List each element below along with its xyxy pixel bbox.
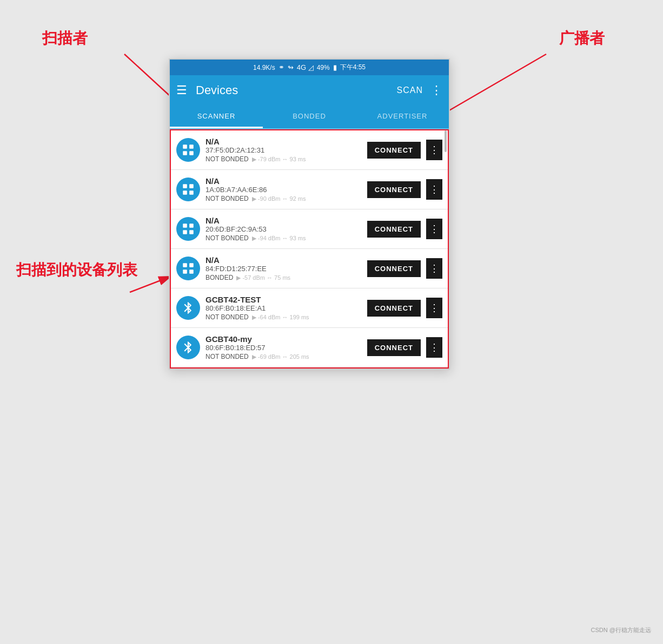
device-mac: 84:FD:D1:25:77:EE <box>205 265 362 273</box>
svg-rect-9 <box>189 184 194 188</box>
device-status-row: NOT BONDED▶ -64 dBm ↔ 199 ms <box>205 313 362 321</box>
svg-rect-16 <box>183 263 187 267</box>
device-name: N/A <box>205 255 362 265</box>
grid-icon <box>181 143 195 157</box>
broadcaster-label: 广播者 <box>559 30 605 47</box>
device-name: GCBT42-TEST <box>205 295 362 304</box>
device-more-button[interactable]: ⋮ <box>426 298 442 318</box>
bluetooth-icon <box>181 340 195 354</box>
more-options-icon[interactable]: ⋮ <box>430 83 442 97</box>
connect-button[interactable]: CONNECT <box>367 300 421 317</box>
app-title: Devices <box>196 83 397 97</box>
device-signal: ▶ -69 dBm ↔ 205 ms <box>252 353 309 360</box>
connect-button[interactable]: CONNECT <box>367 181 421 198</box>
device-item: N/A84:FD:D1:25:77:EEBONDED▶ -57 dBm ↔ 75… <box>171 249 448 288</box>
device-bonded-status: NOT BONDED <box>205 234 249 242</box>
device-signal: ▶ -79 dBm ↔ 93 ms <box>252 156 306 163</box>
watermark: CSDN @行稳方能走远 <box>591 626 651 634</box>
tab-advertiser[interactable]: ADVERTISER <box>356 106 449 128</box>
device-list-annotation: 扫描到的设备列表 <box>16 260 137 280</box>
svg-rect-6 <box>183 151 187 155</box>
svg-rect-5 <box>189 144 194 149</box>
battery-icon: ▮ <box>333 63 337 71</box>
svg-rect-8 <box>183 184 187 188</box>
device-signal: ▶ -64 dBm ↔ 199 ms <box>252 314 309 321</box>
connect-button[interactable]: CONNECT <box>367 221 421 238</box>
menu-icon[interactable]: ☰ <box>176 83 187 97</box>
device-item: N/A1A:0B:A7:AA:6E:86NOT BONDED▶ -90 dBm … <box>171 170 448 209</box>
battery-percent: 49% <box>317 64 330 71</box>
svg-rect-19 <box>189 270 194 274</box>
svg-rect-11 <box>189 190 194 195</box>
bluetooth-icon <box>181 301 195 315</box>
device-more-button[interactable]: ⋮ <box>426 258 442 279</box>
device-icon <box>176 296 200 320</box>
device-status-row: NOT BONDED▶ -79 dBm ↔ 93 ms <box>205 155 362 163</box>
connect-button[interactable]: CONNECT <box>367 142 421 159</box>
app-bar: ☰ Devices SCAN ⋮ <box>170 75 449 106</box>
device-status-row: NOT BONDED▶ -90 dBm ↔ 92 ms <box>205 195 362 202</box>
device-info: GCBT42-TEST80:6F:B0:18:EE:A1NOT BONDED▶ … <box>205 295 362 321</box>
device-icon <box>176 217 200 241</box>
device-signal: ▶ -94 dBm ↔ 93 ms <box>252 235 306 242</box>
device-info: N/A1A:0B:A7:AA:6E:86NOT BONDED▶ -90 dBm … <box>205 176 362 202</box>
svg-rect-18 <box>183 270 187 274</box>
tab-bonded[interactable]: BONDED <box>263 106 356 128</box>
device-signal: ▶ -57 dBm ↔ 75 ms <box>236 274 290 281</box>
device-bonded-status: NOT BONDED <box>205 313 249 321</box>
device-mac: 80:6F:B0:18:ED:57 <box>205 344 362 352</box>
svg-rect-4 <box>183 144 187 149</box>
grid-icon <box>181 182 195 196</box>
device-info: GCBT40-my80:6F:B0:18:ED:57NOT BONDED▶ -6… <box>205 334 362 360</box>
device-mac: 80:6F:B0:18:EE:A1 <box>205 304 362 312</box>
device-bonded-status: NOT BONDED <box>205 155 249 163</box>
scanner-annotation: 扫描者 <box>42 28 88 49</box>
device-item: N/A37:F5:0D:2A:12:31NOT BONDED▶ -79 dBm … <box>171 130 448 170</box>
status-speed: 14.9K/s <box>253 64 275 71</box>
broadcaster-annotation: 广播者 <box>559 28 605 49</box>
svg-rect-17 <box>189 263 194 267</box>
device-name: N/A <box>205 216 362 225</box>
svg-rect-12 <box>183 224 187 228</box>
scan-button[interactable]: SCAN <box>397 86 423 95</box>
status-bar: 14.9K/s ⚭ ↬ 4G ◿ 49% ▮ 下午4:55 <box>170 60 449 75</box>
scanner-label: 扫描者 <box>42 30 88 47</box>
grid-icon <box>181 261 195 275</box>
device-name: N/A <box>205 137 362 146</box>
device-bonded-status: NOT BONDED <box>205 195 249 202</box>
scrollbar[interactable] <box>445 130 447 152</box>
connect-button[interactable]: CONNECT <box>367 260 421 277</box>
device-icon <box>176 257 200 280</box>
phone-frame: 14.9K/s ⚭ ↬ 4G ◿ 49% ▮ 下午4:55 ☰ Devices … <box>169 58 450 370</box>
tab-scanner[interactable]: SCANNER <box>170 106 263 128</box>
wifi-status-icon: ↬ <box>288 63 294 71</box>
device-signal: ▶ -90 dBm ↔ 92 ms <box>252 195 306 202</box>
svg-rect-7 <box>189 151 194 155</box>
device-item: N/A20:6D:BF:2C:9A:53NOT BONDED▶ -94 dBm … <box>171 209 448 249</box>
device-name: GCBT40-my <box>205 334 362 344</box>
time-display: 下午4:55 <box>340 63 366 72</box>
device-icon <box>176 138 200 162</box>
device-icon <box>176 336 200 359</box>
device-mac: 37:F5:0D:2A:12:31 <box>205 146 362 154</box>
connect-button[interactable]: CONNECT <box>367 339 421 356</box>
device-item: GCBT40-my80:6F:B0:18:ED:57NOT BONDED▶ -6… <box>171 328 448 367</box>
device-more-button[interactable]: ⋮ <box>426 219 442 239</box>
tab-bar: SCANNER BONDED ADVERTISER <box>170 106 449 129</box>
device-more-button[interactable]: ⋮ <box>426 179 442 200</box>
device-more-button[interactable]: ⋮ <box>426 337 442 358</box>
device-status-row: NOT BONDED▶ -94 dBm ↔ 93 ms <box>205 234 362 242</box>
device-list-label: 扫描到的设备列表 <box>16 261 137 278</box>
device-bonded-status: NOT BONDED <box>205 353 249 360</box>
device-info: N/A37:F5:0D:2A:12:31NOT BONDED▶ -79 dBm … <box>205 137 362 163</box>
device-list: N/A37:F5:0D:2A:12:31NOT BONDED▶ -79 dBm … <box>170 129 449 369</box>
device-status-row: NOT BONDED▶ -69 dBm ↔ 205 ms <box>205 353 362 360</box>
signal-status-icon: 4G ◿ <box>297 63 314 71</box>
grid-icon <box>181 222 195 236</box>
bluetooth-status-icon: ⚭ <box>279 63 284 71</box>
device-more-button[interactable]: ⋮ <box>426 140 442 160</box>
device-mac: 20:6D:BF:2C:9A:53 <box>205 225 362 233</box>
svg-rect-15 <box>189 230 194 234</box>
device-info: N/A84:FD:D1:25:77:EEBONDED▶ -57 dBm ↔ 75… <box>205 255 362 281</box>
svg-rect-13 <box>189 224 194 228</box>
